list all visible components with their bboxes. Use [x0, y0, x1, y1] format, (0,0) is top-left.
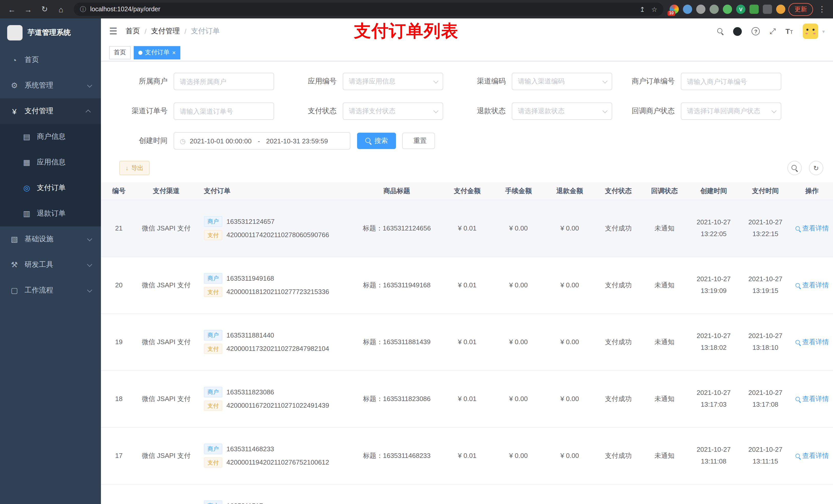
tab-pay-order[interactable]: 支付订单 ×	[134, 46, 180, 59]
sidebar-item-devtools[interactable]: ⚒ 研发工具	[0, 252, 101, 278]
cell-status: 支付成功	[595, 257, 641, 313]
browser-forward-icon[interactable]: →	[22, 3, 35, 16]
tab-label: 支付订单	[145, 48, 170, 57]
chevron-up-icon	[86, 110, 91, 115]
refund-status-select[interactable]: 请选择退款状态	[512, 102, 612, 120]
table-body: 21 微信 JSAPI 支付 商户 1635312124657 支付 42000…	[101, 200, 833, 504]
sidebar-item-app-info[interactable]: ▦ 应用信息	[0, 149, 101, 175]
sidebar-item-payment[interactable]: ¥ 支付管理	[0, 98, 101, 124]
search-icon[interactable]	[717, 28, 723, 34]
cell-refund: ¥ 0.00	[544, 313, 595, 370]
merchant-tag: 商户	[204, 443, 222, 454]
search-button[interactable]: 搜索	[357, 133, 396, 149]
refresh-table-button[interactable]: ↻	[809, 161, 823, 175]
col-id: 编号	[101, 182, 137, 200]
cell-fee: ¥ 0.00	[493, 313, 544, 370]
cell-create-time: 2021-10-27 13:17:03	[688, 370, 740, 427]
cell-status: 支付成功	[595, 313, 641, 370]
export-button[interactable]: ↓ 导出	[119, 161, 149, 175]
collapse-menu-icon[interactable]: ☰	[109, 26, 117, 37]
merchant-order-no: 1635311468233	[227, 445, 274, 453]
page-content: 所属商户 应用编号 请选择应用信息 渠道编码 请输入渠道编码	[101, 62, 833, 504]
breadcrumb-home[interactable]: 首页	[125, 27, 140, 36]
view-details-link[interactable]: 查看详情	[795, 337, 829, 346]
reset-button-label: 重置	[413, 136, 427, 145]
profile-avatar-icon[interactable]	[776, 5, 785, 14]
screen: ← → ↻ ⌂ ⓘ localhost:1024/pay/order ↥ ☆ 1…	[0, 0, 833, 504]
sidebar-item-pay-order[interactable]: ◎ 支付订单	[0, 175, 101, 201]
address-bar[interactable]: ⓘ localhost:1024/pay/order ↥ ☆	[74, 3, 663, 16]
cell-notify: 未通知	[641, 313, 688, 370]
select-placeholder: 请选择应用信息	[349, 77, 396, 86]
merchant-input[interactable]	[174, 73, 274, 90]
toggle-search-button[interactable]	[787, 161, 802, 175]
sidebar-item-home[interactable]: ◔ 首页	[0, 47, 101, 73]
breadcrumb-payment[interactable]: 支付管理	[151, 27, 180, 36]
merchant-order-no-input[interactable]	[681, 73, 781, 90]
cell-refund: ¥ 0.00	[544, 370, 595, 427]
browser-home-icon[interactable]: ⌂	[54, 3, 68, 16]
font-size-icon[interactable]: TT	[786, 27, 793, 36]
channel-code-select[interactable]: 请输入渠道编码	[512, 73, 612, 90]
share-icon[interactable]: ↥	[640, 5, 645, 13]
extension-icon-2[interactable]	[683, 5, 692, 14]
close-icon[interactable]: ×	[172, 49, 176, 55]
col-pay-time: 支付时间	[740, 182, 791, 200]
cell-fee: ¥ 0.00	[493, 427, 544, 484]
bankcard-icon: ▤	[23, 132, 31, 141]
tab-home[interactable]: 首页	[109, 46, 130, 59]
sidebar-item-merchant-info[interactable]: ▤ 商户信息	[0, 124, 101, 149]
create-time-range-picker[interactable]: ◷ 2021-10-01 00:00:00 - 2021-10-31 23:59…	[174, 132, 351, 149]
browser-menu-icon[interactable]: ⋮	[816, 5, 828, 14]
view-details-link[interactable]: 查看详情	[795, 281, 829, 290]
extension-icon-1[interactable]: 10	[670, 5, 679, 14]
cell-pay-time: 2021-10-27 13:18:10	[740, 313, 791, 370]
extension-icon-4[interactable]	[710, 5, 719, 14]
sidebar-item-system[interactable]: ⚙ 系统管理	[0, 73, 101, 98]
browser-back-icon[interactable]: ←	[5, 3, 19, 16]
cell-amount: ¥ 0.01	[442, 370, 493, 427]
github-icon[interactable]	[733, 27, 742, 35]
font-size-large: T	[786, 27, 790, 35]
cell-id: 17	[101, 427, 137, 484]
sidebar-item-refund-order[interactable]: ▥ 退款订单	[0, 201, 101, 226]
col-create-time: 创建时间	[688, 182, 740, 200]
bookmark-star-icon[interactable]: ☆	[651, 5, 657, 13]
active-tab-dot	[138, 50, 142, 54]
sidebar-item-infrastructure[interactable]: ▧ 基础设施	[0, 226, 101, 252]
sidebar-item-label: 支付订单	[37, 183, 66, 193]
reset-button[interactable]: 重置	[402, 133, 435, 149]
extension-icon-3[interactable]	[696, 5, 706, 14]
fullscreen-icon[interactable]: ⤢	[770, 27, 776, 36]
extensions-puzzle-icon[interactable]	[763, 5, 772, 14]
help-icon[interactable]: ?	[752, 27, 760, 35]
app-id-select[interactable]: 请选择应用信息	[343, 73, 443, 90]
browser-update-button[interactable]: 更新	[788, 3, 813, 16]
tags-view-bar: 首页 支付订单 ×	[101, 44, 833, 62]
extension-icon-5[interactable]	[723, 5, 732, 14]
search-icon	[795, 454, 800, 458]
tools-icon: ⚒	[10, 260, 19, 269]
pay-status-select[interactable]: 请选择支付状态	[343, 102, 443, 120]
table-row: 17 微信 JSAPI 支付 商户 1635311468233 支付 42000…	[101, 427, 833, 484]
view-details-link[interactable]: 查看详情	[795, 394, 829, 403]
table-row: 19 微信 JSAPI 支付 商户 1635311881440 支付 42000…	[101, 313, 833, 370]
view-details-link[interactable]: 查看详情	[795, 223, 829, 233]
filter-field-merchant-order-no: 商户订单编号	[620, 73, 787, 90]
merchant-order-no: 1635311517	[227, 502, 263, 504]
user-caret-down-icon[interactable]: ▾	[822, 28, 825, 34]
user-avatar[interactable]	[803, 24, 818, 39]
extension-icon-6[interactable]: V	[736, 5, 745, 14]
channel-pay-no: 4200001167202110271022491439	[227, 402, 329, 409]
browser-reload-icon[interactable]: ↻	[38, 3, 51, 16]
cell-title	[352, 484, 442, 504]
notify-status-select[interactable]: 请选择订单回调商户状态	[681, 102, 781, 120]
cell-pay-time: 2021-10-27 13:11:15	[740, 427, 791, 484]
site-info-icon[interactable]: ⓘ	[80, 5, 86, 14]
view-details-link[interactable]: 查看详情	[795, 451, 829, 460]
sidebar-item-workflow[interactable]: ▢ 工作流程	[0, 278, 101, 303]
extension-icon-7[interactable]	[749, 5, 759, 14]
filter-label: 回调商户状态	[620, 106, 681, 116]
cell-notify: 未通知	[641, 257, 688, 313]
channel-order-no-input[interactable]	[174, 102, 274, 120]
